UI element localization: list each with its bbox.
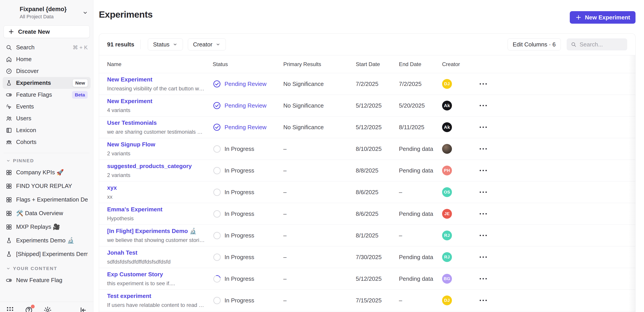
creator-filter-dropdown[interactable]: Creator bbox=[188, 38, 226, 50]
your-content-section-header[interactable]: YOUR CONTENT bbox=[0, 261, 93, 273]
sidebar-item-events[interactable]: Events bbox=[3, 101, 90, 113]
users-icon bbox=[6, 115, 12, 122]
table-row[interactable]: New Experiment Increasing visibility of … bbox=[99, 73, 635, 95]
pinned-header-label: PINNED bbox=[13, 158, 34, 163]
pinned-item-experiments-demo[interactable]: Experiments Demo 🔬 bbox=[3, 234, 90, 247]
pinned-item-mxp-replays[interactable]: MXP Replays 🎥 bbox=[3, 220, 90, 234]
row-menu-button[interactable] bbox=[479, 165, 492, 176]
status-label: Pending Review bbox=[224, 102, 266, 109]
create-new-button[interactable]: Create New bbox=[4, 25, 90, 38]
sidebar-item-feature-flags[interactable]: Feature Flags Beta bbox=[3, 89, 90, 101]
table-row[interactable]: suggested_products_category 2 variants I… bbox=[99, 160, 635, 181]
column-header-name[interactable]: Name bbox=[107, 61, 213, 67]
table-row[interactable]: Test experiment If users have relatable … bbox=[99, 290, 635, 311]
status-icon bbox=[213, 166, 221, 175]
edit-columns-label: Edit Columns · 6 bbox=[513, 41, 556, 48]
your-content-header-label: YOUR CONTENT bbox=[13, 266, 57, 271]
primary-results-value: – bbox=[283, 297, 356, 304]
creator-avatar: JE bbox=[442, 209, 452, 219]
pinned-section-header[interactable]: PINNED bbox=[0, 153, 93, 165]
your-content-item-new-feature-flag[interactable]: New Feature Flag bbox=[3, 273, 90, 287]
status-cell: Pending Review bbox=[213, 80, 283, 88]
new-experiment-button[interactable]: New Experiment bbox=[570, 11, 636, 24]
experiment-subtitle: Increasing visibility of the cart button… bbox=[107, 85, 205, 92]
table-row[interactable]: User Testimonials we are sharing custome… bbox=[99, 117, 635, 138]
pinned-item-flags-experimentation-demo[interactable]: Flags + Experimentation Demo , bbox=[3, 193, 90, 206]
experiment-name-link[interactable]: Jonah Test bbox=[107, 249, 205, 256]
experiment-name-link[interactable]: New Experiment bbox=[107, 98, 205, 105]
status-label: In Progress bbox=[224, 275, 254, 282]
status-cell: In Progress bbox=[213, 188, 283, 196]
status-icon bbox=[213, 123, 221, 132]
settings-gear-icon[interactable] bbox=[44, 306, 52, 312]
row-menu-button[interactable] bbox=[479, 100, 492, 111]
avatar-initials: DJ bbox=[444, 298, 450, 303]
search-input[interactable] bbox=[580, 41, 623, 48]
sidebar-item-discover[interactable]: Discover bbox=[3, 65, 90, 77]
status-cell: In Progress bbox=[213, 166, 283, 175]
row-menu-button[interactable] bbox=[479, 230, 492, 241]
status-cell: Pending Review bbox=[213, 123, 283, 132]
table-row[interactable]: xyx xx In Progress – 8/6/2025 – OS bbox=[99, 181, 635, 203]
sidebar-item-cohorts[interactable]: Cohorts bbox=[3, 136, 90, 148]
new-badge: New bbox=[73, 79, 88, 87]
row-menu-button[interactable] bbox=[479, 208, 492, 219]
experiment-name-link[interactable]: Emma's Experiment bbox=[107, 206, 205, 213]
creator-avatar: PH bbox=[442, 165, 452, 175]
sidebar-footer bbox=[0, 302, 93, 312]
table-row[interactable]: Exp Customer Story this experiment is to… bbox=[99, 268, 635, 290]
start-date-value: 8/6/2025 bbox=[356, 189, 399, 196]
table-row[interactable]: Jonah Test sdfdsfdsfsdfdffdfdsfsdfdsfd I… bbox=[99, 246, 635, 268]
row-menu-button[interactable] bbox=[479, 252, 492, 263]
column-header-start-date[interactable]: Start Date bbox=[356, 61, 399, 67]
feature-flags-icon bbox=[6, 277, 12, 284]
experiment-name-link[interactable]: [In Flight] Experiments Demo 🔬 bbox=[107, 228, 205, 235]
row-menu-button[interactable] bbox=[479, 295, 492, 306]
experiment-name-link[interactable]: New Experiment bbox=[107, 76, 205, 83]
apps-grid-icon[interactable] bbox=[6, 306, 14, 312]
creator-avatar: Ak bbox=[442, 122, 452, 132]
pinned-item-shipped-experiments-demo[interactable]: [Shipped] Experiments Demo 🖊️ bbox=[3, 247, 90, 261]
status-cell: In Progress bbox=[213, 231, 283, 240]
sidebar-item-home[interactable]: Home bbox=[3, 53, 90, 65]
row-menu-button[interactable] bbox=[479, 78, 492, 90]
flask-icon bbox=[6, 251, 12, 258]
experiment-name-link[interactable]: Exp Customer Story bbox=[107, 271, 205, 278]
row-menu-button[interactable] bbox=[479, 122, 492, 133]
pinned-item-find-your-replay[interactable]: FIND YOUR REPLAY bbox=[3, 179, 90, 193]
experiment-name-link[interactable]: Test experiment bbox=[107, 293, 205, 300]
pinned-item-company-kpis[interactable]: Company KPIs 🚀 bbox=[3, 165, 90, 179]
sidebar: Fixpanel {demo} All Project Data Create … bbox=[0, 0, 94, 312]
status-filter-dropdown[interactable]: Status bbox=[148, 38, 183, 50]
discover-icon bbox=[6, 68, 12, 75]
pinned-item-data-overview[interactable]: 🛠️ Data Overview bbox=[3, 206, 90, 220]
row-menu-button[interactable] bbox=[479, 273, 492, 284]
column-header-end-date[interactable]: End Date bbox=[399, 61, 442, 67]
status-filter-label: Status bbox=[153, 41, 170, 48]
keyboard-shortcut: ⌘ + K bbox=[73, 44, 88, 51]
sidebar-item-users[interactable]: Users bbox=[3, 113, 90, 124]
table-row[interactable]: [In Flight] Experiments Demo 🔬 we believ… bbox=[99, 225, 635, 246]
column-header-creator[interactable]: Creator bbox=[442, 61, 479, 67]
experiment-name-link[interactable]: xyx bbox=[107, 184, 205, 191]
sidebar-item-experiments[interactable]: Experiments New bbox=[3, 77, 90, 89]
collapse-sidebar-icon[interactable] bbox=[79, 306, 88, 312]
edit-columns-button[interactable]: Edit Columns · 6 bbox=[508, 38, 561, 50]
help-icon[interactable] bbox=[24, 306, 33, 312]
table-row[interactable]: New Signup Flow 2 variants In Progress –… bbox=[99, 138, 635, 160]
table-search bbox=[567, 38, 627, 50]
sidebar-item-lexicon[interactable]: Lexicon bbox=[3, 124, 90, 136]
experiment-name-link[interactable]: User Testimonials bbox=[107, 119, 205, 126]
experiment-name-link[interactable]: suggested_products_category bbox=[107, 163, 205, 170]
column-header-primary-results[interactable]: Primary Results bbox=[283, 61, 356, 67]
row-menu-button[interactable] bbox=[479, 186, 492, 198]
end-date-value: – bbox=[399, 189, 442, 196]
project-switcher[interactable]: Fixpanel {demo} All Project Data bbox=[0, 0, 93, 20]
row-menu-button[interactable] bbox=[479, 143, 492, 155]
table-row[interactable]: New Experiment 4 variants Pending Review… bbox=[99, 95, 635, 117]
table-row[interactable]: Emma's Experiment Hypothesis In Progress… bbox=[99, 203, 635, 225]
experiment-name-link[interactable]: New Signup Flow bbox=[107, 141, 205, 148]
sidebar-item-search[interactable]: Search ⌘ + K bbox=[3, 41, 90, 53]
project-name: Fixpanel {demo} bbox=[20, 6, 78, 13]
column-header-status[interactable]: Status bbox=[213, 61, 283, 67]
